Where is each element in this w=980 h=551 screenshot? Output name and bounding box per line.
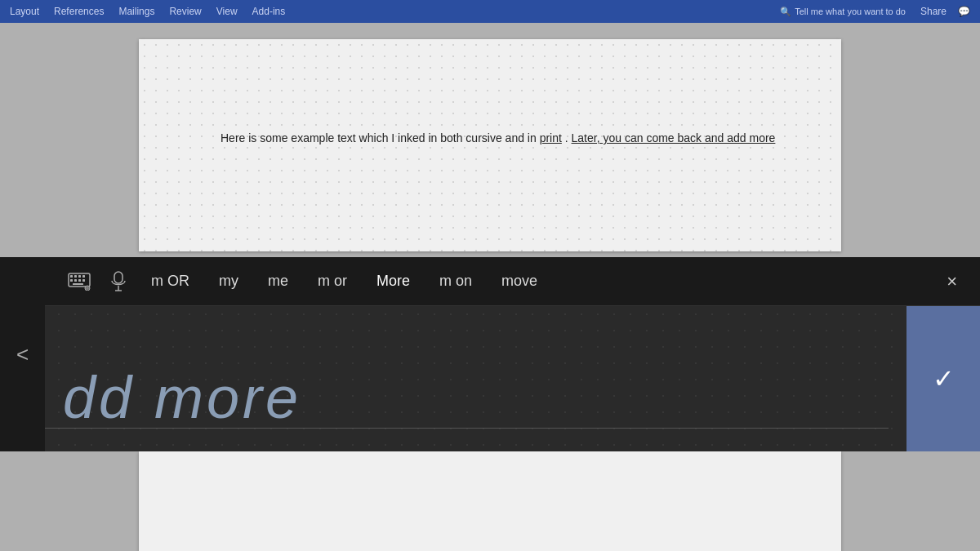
- back-arrow-icon: <: [16, 342, 29, 367]
- menu-mailings[interactable]: Mailings: [118, 6, 154, 17]
- search-label: Tell me what you want to do: [795, 7, 906, 16]
- svg-rect-1: [70, 275, 73, 278]
- search-icon: 🔍: [780, 7, 791, 17]
- accept-checkmark-icon: ✓: [933, 363, 955, 394]
- underlined-print: print: [540, 131, 562, 144]
- svg-rect-7: [78, 279, 81, 282]
- suggestion-4[interactable]: More: [362, 268, 425, 295]
- svg-rect-9: [73, 283, 83, 285]
- document-text: Here is some example text which I inked …: [220, 129, 792, 147]
- microphone-icon: [110, 271, 127, 292]
- menu-view[interactable]: View: [216, 6, 238, 17]
- handwriting-panel: <: [0, 257, 980, 451]
- back-button[interactable]: <: [0, 257, 45, 451]
- svg-rect-6: [74, 279, 77, 282]
- document-area: Here is some example text which I inked …: [0, 23, 980, 257]
- close-button[interactable]: ×: [937, 271, 967, 292]
- menu-addins[interactable]: Add-ins: [252, 6, 286, 17]
- menu-review[interactable]: Review: [169, 6, 201, 17]
- svg-rect-2: [74, 275, 77, 278]
- svg-point-10: [85, 286, 90, 291]
- menu-right: Share 💬: [920, 6, 970, 17]
- svg-rect-15: [114, 272, 122, 283]
- comment-icon[interactable]: 💬: [958, 6, 970, 17]
- writing-area[interactable]: dd more: [2, 306, 978, 451]
- keyboard-icon: [68, 273, 91, 291]
- suggestion-6[interactable]: move: [487, 268, 552, 295]
- handwritten-text: dd more: [63, 368, 301, 427]
- bottom-page: [139, 451, 841, 551]
- menu-references[interactable]: References: [54, 6, 104, 17]
- menu-bar: Layout References Mailings Review View A…: [0, 0, 980, 23]
- svg-rect-3: [78, 275, 81, 278]
- svg-rect-4: [82, 275, 85, 278]
- accept-button[interactable]: ✓: [906, 306, 980, 451]
- keyboard-settings-button[interactable]: [58, 273, 100, 291]
- svg-rect-8: [82, 279, 85, 282]
- suggestion-0[interactable]: m OR: [136, 268, 204, 295]
- underlined-sentence: Later, you can come back and add more: [572, 131, 776, 144]
- suggestions-bar: m OR my me m or More m on move ×: [0, 257, 980, 306]
- svg-rect-5: [70, 279, 73, 282]
- suggestion-5[interactable]: m on: [425, 268, 487, 295]
- suggestion-2[interactable]: me: [253, 268, 303, 295]
- tell-me-search[interactable]: 🔍 Tell me what you want to do: [780, 7, 906, 17]
- menu-layout[interactable]: Layout: [10, 6, 39, 17]
- suggestion-1[interactable]: my: [204, 268, 253, 295]
- share-button[interactable]: Share: [920, 6, 947, 17]
- suggestion-3[interactable]: m or: [303, 268, 362, 295]
- document-page: Here is some example text which I inked …: [139, 39, 841, 251]
- doc-text-line1: Here is some example text which I inked …: [220, 131, 775, 144]
- bottom-doc-area: [0, 451, 980, 551]
- microphone-button[interactable]: [100, 271, 136, 292]
